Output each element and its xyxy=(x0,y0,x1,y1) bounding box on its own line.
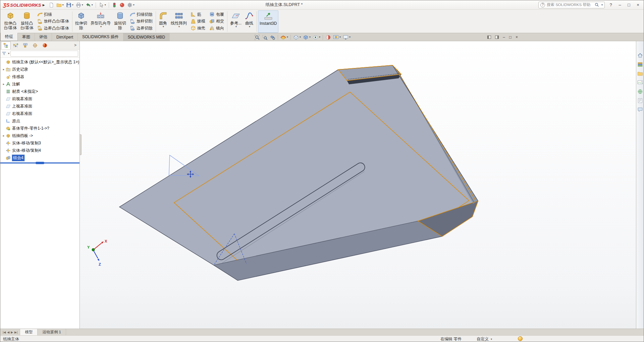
view-settings-button[interactable]: ▾ xyxy=(342,33,351,41)
doc-close-button[interactable]: × xyxy=(516,35,518,40)
tab-dimxpert[interactable]: DimXpert xyxy=(52,33,78,41)
tree-item-material[interactable]: 材质 <未指定> xyxy=(0,88,79,95)
intersect-button[interactable]: 相交 xyxy=(208,18,225,25)
dropdown-caret[interactable]: ▾ xyxy=(100,25,102,28)
tree-item-front-plane[interactable]: 前视基准面 xyxy=(0,95,79,102)
first-tab-button[interactable]: |◀ xyxy=(3,331,6,334)
doc-minimize-button[interactable]: – xyxy=(503,35,505,40)
rebuild-button[interactable] xyxy=(111,1,118,9)
design-library-button[interactable] xyxy=(637,62,643,67)
status-custom-button[interactable]: 自定义▾ xyxy=(477,336,492,342)
tree-item-base-part[interactable]: 基体零件-零件1-1->? xyxy=(0,125,79,132)
swept-cut-button[interactable]: 扫描切除 xyxy=(129,11,154,18)
dropdown-caret[interactable]: ▾ xyxy=(235,25,237,28)
tree-item-top-plane[interactable]: 上视基准面 xyxy=(0,102,79,110)
expand-arrow-icon[interactable]: ▸ xyxy=(2,82,6,86)
open-button[interactable]: ▾ xyxy=(55,1,65,9)
tree-item-right-plane[interactable]: 右视基准面 xyxy=(0,110,79,117)
menu-expand-icon[interactable]: ▶ xyxy=(43,3,45,7)
collapse-left-pane-icon[interactable] xyxy=(487,36,491,39)
collapse-right-pane-icon[interactable] xyxy=(495,36,499,39)
last-tab-button[interactable]: ▶| xyxy=(14,331,17,334)
previous-tab-button[interactable]: ◀ xyxy=(7,331,9,334)
tree-item-move-copy-3[interactable]: 实体-移动/复制3 xyxy=(0,139,79,147)
tab-motion-study-1[interactable]: 运动算例 1 xyxy=(38,329,66,335)
swept-boss-button[interactable]: 扫描 xyxy=(36,11,70,18)
zoom-to-fit-button[interactable] xyxy=(254,33,261,41)
tab-evaluate[interactable]: 评估 xyxy=(35,33,52,41)
dropdown-caret[interactable]: ▾ xyxy=(249,25,250,28)
tab-propertymanager[interactable] xyxy=(11,42,20,49)
revolved-cut-button[interactable]: 旋转切 除 xyxy=(113,10,127,33)
boundary-boss-button[interactable]: 边界凸台/基体 xyxy=(36,25,70,31)
doc-restore-button[interactable]: □ xyxy=(509,35,512,40)
hide-show-items-button[interactable]: ▾ xyxy=(312,33,321,41)
tree-root-item[interactable]: 纸抽主体 (默认<<默认>_显示状态 1>) xyxy=(0,58,79,66)
new-document-button[interactable] xyxy=(48,1,55,9)
save-button[interactable]: ▾ xyxy=(65,1,74,9)
instant3d-button[interactable]: Instant3D xyxy=(258,10,278,33)
panel-expand-button[interactable]: > xyxy=(72,43,79,48)
custom-properties-button[interactable] xyxy=(637,98,643,104)
undo-button[interactable]: ▾ xyxy=(85,1,94,9)
graphics-viewport[interactable]: X Z Y xyxy=(80,41,636,329)
file-explorer-button[interactable] xyxy=(637,71,643,76)
help-button[interactable]: ? xyxy=(608,2,614,7)
rollback-bar[interactable] xyxy=(0,162,79,163)
dropdown-caret[interactable]: ▾ xyxy=(163,25,164,28)
solidworks-forum-button[interactable] xyxy=(637,107,643,113)
apply-scene-button[interactable]: ▾ xyxy=(332,33,341,41)
search-scope-caret[interactable]: ▾ xyxy=(601,4,603,6)
fillet-button[interactable]: 圆角 ▾ xyxy=(157,10,169,33)
tree-filter-input[interactable] xyxy=(10,51,78,57)
solidworks-resources-button[interactable] xyxy=(637,53,643,58)
expand-arrow-icon[interactable]: ▸ xyxy=(2,134,6,137)
tab-displaymanager[interactable] xyxy=(40,42,50,49)
tree-item-combine-4[interactable]: 组合4 xyxy=(0,154,79,161)
section-view-button[interactable]: ▾ xyxy=(280,33,289,41)
shell-button[interactable]: 抽壳 xyxy=(190,25,206,31)
extruded-cut-button[interactable]: 拉伸切 除 xyxy=(74,10,89,33)
next-tab-button[interactable]: ▶ xyxy=(11,331,13,334)
linear-pattern-button[interactable]: 线性阵列 ▾ xyxy=(169,10,188,33)
help-search-box[interactable]: ? 搜索 SOLIDWORKS 帮助 ▾ xyxy=(538,2,605,8)
tree-item-move-copy-4[interactable]: 实体-移动/复制4 xyxy=(0,147,79,154)
reference-geometry-button[interactable]: 参考... ▾ xyxy=(229,10,243,33)
dropdown-caret[interactable]: ▾ xyxy=(178,25,180,28)
tab-model[interactable]: 模型 xyxy=(20,329,38,335)
tissue-box-model[interactable] xyxy=(119,65,478,281)
mirror-button[interactable]: 镜向 xyxy=(208,25,225,31)
tab-features[interactable]: 特征 xyxy=(0,33,18,41)
lofted-boss-button[interactable]: 放样凸台/基体 xyxy=(36,18,70,25)
extruded-boss-button[interactable]: 拉伸凸 台/基体 xyxy=(2,10,18,33)
hole-wizard-button[interactable]: 异型孔向导 ▾ xyxy=(89,10,112,33)
window-minimize-button[interactable]: – xyxy=(617,2,623,7)
tab-featuremanager-tree[interactable] xyxy=(1,42,11,49)
wrap-button[interactable]: 包覆 xyxy=(208,11,225,18)
appearances-scenes-button[interactable] xyxy=(637,89,643,94)
zoom-to-area-button[interactable] xyxy=(261,33,268,41)
tree-item-sensors[interactable]: 传感器 xyxy=(0,73,79,80)
expand-arrow-icon[interactable]: ▸ xyxy=(2,68,6,71)
options-button[interactable]: ▾ xyxy=(126,1,136,9)
tree-item-baffle-part[interactable]: ▸ 纸抽挡板 -> xyxy=(0,132,79,139)
view-palette-button[interactable] xyxy=(637,80,643,85)
search-icon[interactable] xyxy=(595,3,599,7)
tab-configurationmanager[interactable] xyxy=(20,42,30,49)
panel-splitter-handle[interactable] xyxy=(80,134,82,155)
tab-sketch[interactable]: 草图 xyxy=(18,33,35,41)
print-button[interactable]: ▾ xyxy=(75,1,84,9)
model-scene[interactable]: X Z Y xyxy=(80,41,636,329)
filter-funnel-icon[interactable] xyxy=(2,51,6,56)
tab-solidworks-mbd[interactable]: SOLIDWORKS MBD xyxy=(123,33,170,41)
filter-caret[interactable]: ▾ xyxy=(8,52,9,55)
view-orientation-button[interactable]: ▾ xyxy=(292,33,302,41)
status-sphere-icon[interactable] xyxy=(518,336,523,341)
tab-dimxpertmanager[interactable] xyxy=(30,42,40,49)
previous-view-button[interactable] xyxy=(269,33,276,41)
revolved-boss-button[interactable]: 旋转凸 台/基体 xyxy=(19,10,35,33)
display-style-button[interactable]: ▾ xyxy=(302,33,311,41)
window-close-button[interactable]: × xyxy=(635,2,641,7)
tree-item-history[interactable]: ▸ 历史记录 xyxy=(0,66,79,73)
draft-button[interactable]: 拔模 xyxy=(190,18,206,25)
